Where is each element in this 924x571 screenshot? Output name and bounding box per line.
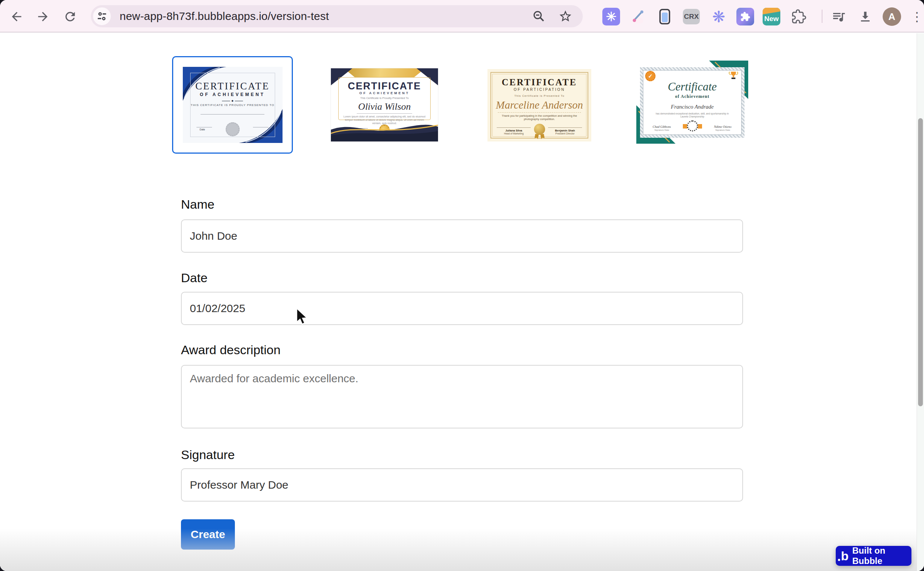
- downloads-button[interactable]: [856, 8, 875, 26]
- certificate-thumbnail-1: CERTIFICATE OF ACHIEVEMENT ◆ THIS CERTIF…: [183, 67, 282, 143]
- cert2-title: CERTIFICATE: [331, 80, 438, 93]
- cert2-presented-text: This Certificate is Proudly Presented To: [331, 96, 438, 100]
- cert1-name-line: [201, 114, 264, 114]
- cert3-subtitle: OF PARTICIPATION: [487, 88, 591, 93]
- date-input[interactable]: [181, 292, 743, 325]
- address-bar[interactable]: new-app-8h73f.bubbleapps.io/version-test: [91, 5, 583, 27]
- asterisk-icon: ✳: [602, 8, 620, 25]
- award-description-textarea[interactable]: [181, 365, 743, 428]
- zoom-out-icon[interactable]: [532, 9, 546, 23]
- cert4-recipient-name: Francisco Andrade: [640, 103, 745, 110]
- cert3-presented-text: This Certificate is Presented To: [487, 94, 591, 97]
- cert1-date-line: [196, 127, 212, 127]
- media-controls-button[interactable]: [830, 8, 848, 26]
- cert3-recipient-name: Marceline Anderson: [487, 98, 591, 111]
- pen-icon: [630, 8, 646, 25]
- extension-new[interactable]: New: [762, 8, 781, 26]
- scrollbar-thumb[interactable]: [918, 118, 923, 406]
- extensions-puzzle-icon: [791, 9, 806, 24]
- cert4-title: Certificate: [640, 80, 745, 94]
- cert1-ornament: ◆: [183, 99, 282, 103]
- url-text[interactable]: new-app-8h73f.bubbleapps.io/version-test: [120, 5, 329, 27]
- forward-icon: [36, 9, 50, 24]
- cert1-subtitle: OF ACHIEVEMENT: [183, 92, 282, 97]
- template-option-2[interactable]: CERTIFICATE OF ACHIEVEMENT This Certific…: [331, 68, 438, 142]
- cert2-recipient-name: Olivia Wilson: [331, 101, 438, 113]
- cert4-seal-icon: [687, 120, 698, 131]
- scrollbar-track[interactable]: [916, 33, 924, 571]
- cert1-presented-text: THIS CERTIFICATE IS PROUDLY PRESENTED TO: [183, 103, 282, 107]
- extension-phone[interactable]: [656, 8, 674, 26]
- signature-input[interactable]: [181, 468, 743, 502]
- cert3-dashed-line: [498, 112, 581, 113]
- extension-asterisk[interactable]: ✳: [602, 8, 620, 26]
- phone-icon: [657, 8, 672, 25]
- cert1-signature-line: [253, 127, 268, 127]
- template-option-4[interactable]: ✓ Certificate of Achievement Francisco A…: [636, 60, 748, 144]
- download-icon: [858, 9, 873, 24]
- tune-icon: [96, 11, 108, 22]
- create-button[interactable]: Create: [181, 519, 235, 549]
- gold-banner: [344, 68, 425, 77]
- new-badge-icon: New: [763, 8, 781, 25]
- signature-label: Signature: [181, 448, 235, 462]
- template-option-3[interactable]: CERTIFICATE OF PARTICIPATION This Certif…: [487, 69, 591, 142]
- extension-pen[interactable]: [629, 8, 647, 26]
- name-label: Name: [181, 197, 214, 211]
- cert1-title: CERTIFICATE: [183, 80, 282, 93]
- back-button[interactable]: [8, 8, 25, 25]
- profile-button[interactable]: A: [882, 8, 901, 26]
- navy-wave: [331, 119, 438, 142]
- cert4-subtitle: of Achievement: [640, 94, 745, 99]
- browser-menu-button[interactable]: ⋮: [908, 8, 924, 26]
- cert3-title: CERTIFICATE: [487, 76, 591, 88]
- snowflake-icon: ❋: [712, 8, 725, 26]
- back-icon: [9, 9, 24, 24]
- media-queue-icon: [831, 9, 846, 24]
- site-settings-button[interactable]: [93, 8, 111, 25]
- cert4-signature-left: Chad Gibbons Signature Date: [646, 125, 677, 131]
- cert4-body-text: has demonstrated exceptional dedication,…: [656, 112, 729, 118]
- browser-toolbar: new-app-8h73f.bubbleapps.io/version-test…: [0, 0, 924, 32]
- cert2-subtitle: OF ACHIEVEMENT: [331, 91, 438, 95]
- extension-crx[interactable]: CRX: [682, 8, 700, 26]
- forward-button[interactable]: [34, 8, 51, 25]
- date-label: Date: [181, 271, 208, 285]
- cert1-seal-icon: [226, 122, 240, 136]
- extensions-menu-button[interactable]: [790, 8, 808, 26]
- toolbar-separator: [822, 9, 822, 23]
- bubble-badge-label: Built on Bubble: [852, 546, 912, 566]
- certificate-thumbnail-4: ✓ Certificate of Achievement Francisco A…: [640, 67, 745, 138]
- bubble-logo-icon: b: [841, 549, 848, 562]
- reload-button[interactable]: [62, 8, 79, 25]
- template-option-1-selected[interactable]: CERTIFICATE OF ACHIEVEMENT ◆ THIS CERTIF…: [172, 56, 293, 154]
- extension-snowflake[interactable]: ❋: [710, 8, 728, 26]
- award-description-label: Award description: [181, 343, 281, 357]
- cert3-signature-right: Benjamin Shah President Director: [548, 127, 582, 136]
- built-on-bubble-badge[interactable]: b Built on Bubble: [836, 546, 912, 566]
- cert3-body-text: Thank you for participating in the compe…: [495, 114, 583, 121]
- extension-puzzle-image[interactable]: [736, 8, 754, 26]
- cert4-signature-right: Ndime Otieno Signature Date: [707, 125, 738, 131]
- avatar: A: [882, 8, 901, 26]
- bottom-fade: [0, 529, 924, 571]
- gold-medal-icon: [534, 124, 545, 135]
- name-input[interactable]: [181, 219, 743, 253]
- crx-icon: CRX: [683, 9, 700, 25]
- cert3-signature-left: Juliana Silva Head of Marketing: [497, 127, 531, 136]
- page-content: CERTIFICATE OF ACHIEVEMENT ◆ THIS CERTIF…: [0, 33, 924, 571]
- browser-window: new-app-8h73f.bubbleapps.io/version-test…: [0, 0, 924, 571]
- cert2-name-line: [357, 113, 412, 114]
- puzzle-image-icon: [736, 8, 754, 25]
- bookmark-star-icon[interactable]: [558, 9, 572, 23]
- reload-icon: [63, 9, 77, 24]
- more-menu-icon: ⋮: [911, 10, 923, 23]
- cert1-date-label: Date: [199, 128, 205, 131]
